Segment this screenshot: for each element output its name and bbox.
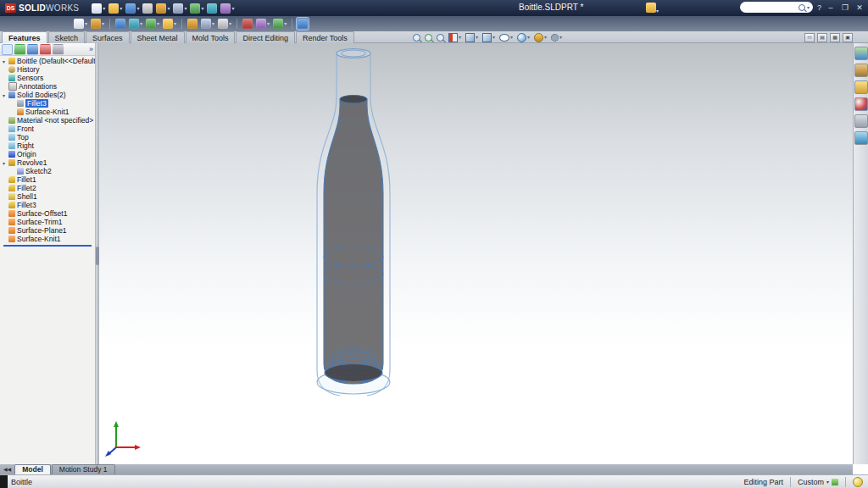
toolbar2-pattern-button[interactable]: ▾ <box>200 18 215 30</box>
tree-item-sketch2[interactable]: Sketch2 <box>0 167 95 175</box>
tree-item-revolve1[interactable]: ▾Revolve1 <box>0 158 95 167</box>
options-button[interactable]: ▾ <box>220 3 235 14</box>
tab-direct-editing[interactable]: Direct Editing <box>236 31 295 43</box>
tree-item-sensors[interactable]: Sensors <box>0 74 95 82</box>
tree-item-shell1[interactable]: Shell1 <box>0 192 95 201</box>
print-button[interactable] <box>142 3 153 14</box>
tree-item-material[interactable]: Material <not specified> <box>0 116 95 125</box>
tree-item-surface-trim1[interactable]: Surface-Trim1 <box>0 218 95 226</box>
toolbar2-extrude-button[interactable] <box>114 18 126 30</box>
window-split-button[interactable]: ▦ <box>830 33 840 42</box>
dropdown-caret[interactable]: ▾ <box>826 480 829 485</box>
panel-overflow-chevron[interactable]: » <box>89 45 93 53</box>
quick-tips-icon[interactable] <box>853 477 863 487</box>
tree-item-fillet1[interactable]: Fillet1 <box>0 175 95 184</box>
zoom-area-button[interactable] <box>424 32 433 42</box>
tab-render-tools[interactable]: Render Tools <box>296 31 354 43</box>
tree-item-top-plane[interactable]: Top <box>0 133 95 141</box>
close-button[interactable]: ✕ <box>854 3 865 12</box>
section-view-button[interactable]: ▾ <box>448 32 462 42</box>
dropdown-caret[interactable]: ▾ <box>510 35 513 40</box>
tree-item-solid-bodies[interactable]: ▾Solid Bodies(2) <box>0 91 95 99</box>
tree-item-surface-offset1[interactable]: Surface-Offset1 <box>0 209 95 218</box>
expand-arrow[interactable]: ▾ <box>3 160 8 166</box>
toolbar2-massprops-button[interactable]: ▾ <box>272 18 287 30</box>
dropdown-caret[interactable]: ▾ <box>212 21 214 26</box>
propertymanager-icon[interactable] <box>14 44 25 55</box>
appearances-scenes-icon[interactable] <box>854 97 868 111</box>
tree-item-surface-knit1-body[interactable]: Surface-Knit1 <box>0 108 95 116</box>
display-style-button[interactable]: ▾ <box>481 32 496 42</box>
solidworks-resources-icon[interactable] <box>854 47 868 60</box>
toolbar2-measure-button[interactable]: ▾ <box>255 18 270 30</box>
dimxpertmanager-icon[interactable] <box>40 44 51 55</box>
expand-arrow[interactable]: ▾ <box>3 92 8 98</box>
tree-item-origin[interactable]: Origin <box>0 150 95 158</box>
dropdown-caret[interactable]: ▾ <box>140 21 142 26</box>
toolbar2-edit-sketch-button[interactable]: ▾ <box>73 18 88 30</box>
bottle-model[interactable] <box>292 45 420 418</box>
zoom-fit-button[interactable] <box>412 32 421 42</box>
tree-item-fillet2[interactable]: Fillet2 <box>0 184 95 192</box>
tree-item-front-plane[interactable]: Front <box>0 125 95 133</box>
dropdown-caret[interactable]: ▾ <box>229 21 231 26</box>
maximize-button[interactable]: ❐ <box>840 3 850 12</box>
expand-arrow[interactable]: ▾ <box>3 58 8 64</box>
graphics-viewport[interactable] <box>99 43 853 464</box>
tree-item-fillet3-body[interactable]: Fillet3 <box>0 99 95 108</box>
toolbar2-refgeom-button[interactable]: ▾ <box>217 18 232 30</box>
window-cascade-button[interactable]: ▤ <box>817 33 827 42</box>
view-orientation-button[interactable]: ▾ <box>465 32 479 42</box>
tab-surfaces[interactable]: Surfaces <box>86 31 130 43</box>
tab-sketch[interactable]: Sketch <box>48 31 86 43</box>
minimize-button[interactable]: – <box>826 3 836 12</box>
solidworks-search-input[interactable]: ▾ <box>740 2 813 13</box>
quick-open-folder[interactable]: ▾ <box>646 3 659 14</box>
document-recovery-icon[interactable] <box>854 131 868 145</box>
dropdown-caret[interactable]: ▾ <box>459 35 461 40</box>
displaymanager-icon[interactable] <box>53 44 64 55</box>
dropdown-caret[interactable]: ▾ <box>120 6 122 11</box>
toolbar2-instant3d-button[interactable] <box>297 18 309 30</box>
select-button[interactable]: ▾ <box>172 3 187 14</box>
motion-study-tab[interactable]: Motion Study 1 <box>52 464 115 474</box>
search-scope-caret[interactable]: ▾ <box>807 5 810 10</box>
dropdown-caret[interactable]: ▾ <box>559 35 562 40</box>
window-close-button[interactable]: ▣ <box>843 33 853 42</box>
model-tab[interactable]: Model <box>14 464 51 474</box>
toolbar2-revolve-button[interactable]: ▾ <box>128 18 143 30</box>
dropdown-caret[interactable]: ▾ <box>492 35 495 40</box>
rebuild-button[interactable]: ▾ <box>189 3 204 14</box>
dropdown-caret[interactable]: ▾ <box>284 21 287 26</box>
dropdown-caret[interactable]: ▾ <box>103 6 105 11</box>
rollback-bar[interactable] <box>3 245 92 247</box>
dropdown-caret[interactable]: ▾ <box>267 21 270 26</box>
dropdown-caret[interactable]: ▾ <box>544 35 547 40</box>
tab-mold-tools[interactable]: Mold Tools <box>186 31 236 43</box>
help-button[interactable]: ? <box>817 3 821 12</box>
units-dropdown[interactable]: Custom ▾ <box>798 478 838 486</box>
tab-scroll-arrows[interactable]: ◀◀ <box>0 465 14 474</box>
tree-item-surface-knit1[interactable]: Surface-Knit1 <box>0 235 95 243</box>
design-library-icon[interactable] <box>854 64 868 77</box>
tab-sheet-metal[interactable]: Sheet Metal <box>131 31 185 43</box>
dropdown-caret[interactable]: ▾ <box>476 35 478 40</box>
tree-item-annotations[interactable]: Annotations <box>0 82 95 91</box>
dropdown-caret[interactable]: ▾ <box>85 21 87 26</box>
toolbar2-fillet-button[interactable] <box>186 18 198 30</box>
edit-appearance-button[interactable]: ▾ <box>516 32 531 42</box>
save-button[interactable]: ▾ <box>125 3 140 14</box>
tree-item-fillet3[interactable]: Fillet3 <box>0 201 95 209</box>
open-button[interactable]: ▾ <box>108 3 123 14</box>
undo-button[interactable]: ▾ <box>155 3 170 14</box>
apply-scene-button[interactable]: ▾ <box>533 32 548 42</box>
configurationmanager-icon[interactable] <box>27 44 38 55</box>
toolbar2-sweep-button[interactable]: ▾ <box>145 18 160 30</box>
toolbar2-dimension-button[interactable]: ▾ <box>90 18 105 30</box>
previous-view-button[interactable] <box>436 32 445 42</box>
featuremanager-tree-icon[interactable] <box>2 44 13 55</box>
tree-item-right-plane[interactable]: Right <box>0 141 95 150</box>
toolbar2-curves-button[interactable] <box>242 18 253 30</box>
dropdown-caret[interactable]: ▾ <box>656 8 659 14</box>
tree-item-surface-plane1[interactable]: Surface-Plane1 <box>0 226 95 235</box>
